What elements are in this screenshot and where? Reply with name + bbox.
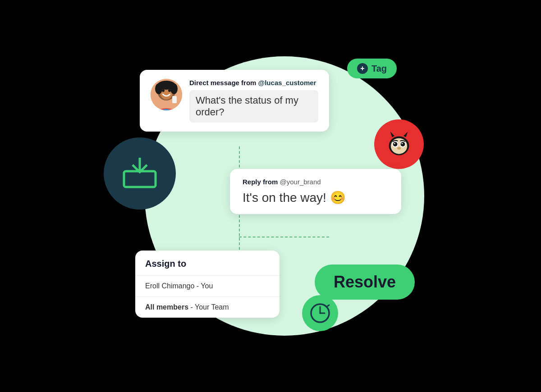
- reply-handle: @your_brand: [280, 178, 321, 186]
- assign-item-you-label: Eroll Chimango - You: [145, 282, 213, 290]
- scene: + Tag: [68, 16, 473, 376]
- svg-point-19: [162, 89, 165, 92]
- tag-pill[interactable]: + Tag: [347, 59, 397, 78]
- svg-point-4: [393, 142, 398, 146]
- connector-line-horizontal: [239, 237, 329, 237]
- reply-header-bold: Reply from: [243, 178, 278, 186]
- reply-card: Reply from @your_brand It's on the way! …: [230, 169, 401, 214]
- assign-item-you[interactable]: Eroll Chimango - You: [135, 276, 280, 297]
- tag-label: Tag: [371, 64, 387, 74]
- svg-point-20: [168, 89, 171, 92]
- svg-point-23: [155, 83, 162, 94]
- dm-header: Direct message from @lucas_customer: [189, 79, 318, 87]
- svg-rect-21: [172, 96, 177, 103]
- resolve-pill[interactable]: Resolve: [315, 264, 415, 300]
- dm-card: Direct message from @lucas_customer What…: [140, 70, 329, 132]
- clock-circle[interactable]: [302, 295, 338, 331]
- svg-rect-12: [124, 171, 156, 187]
- clock-icon: [309, 302, 331, 324]
- tag-plus-icon: +: [357, 63, 368, 74]
- dm-header-bold: Direct message from: [189, 79, 256, 87]
- inbox-icon: [122, 158, 158, 189]
- svg-point-7: [401, 142, 405, 146]
- avatar-image: [151, 79, 182, 110]
- assign-card-title: Assign to: [135, 251, 280, 276]
- avatar: [151, 79, 182, 110]
- dm-handle: @lucas_customer: [258, 79, 316, 87]
- dm-message: What's the status of my order?: [189, 90, 318, 123]
- dm-content: Direct message from @lucas_customer What…: [189, 79, 318, 123]
- assign-item-all-members-suffix: - Your Team: [188, 303, 229, 311]
- reply-header: Reply from @your_brand: [243, 178, 389, 186]
- svg-point-5: [394, 143, 395, 144]
- svg-point-24: [170, 83, 178, 94]
- svg-point-9: [397, 147, 401, 150]
- svg-point-8: [402, 143, 403, 144]
- hootsuite-owl-icon: [383, 128, 415, 160]
- assign-item-all-members-bold: All members: [145, 303, 188, 311]
- inbox-circle: [104, 137, 176, 210]
- resolve-label: Resolve: [334, 273, 396, 291]
- assign-card[interactable]: Assign to Eroll Chimango - You All membe…: [135, 251, 280, 318]
- assign-item-all-members[interactable]: All members - Your Team: [135, 297, 280, 318]
- svg-line-28: [326, 305, 329, 307]
- hootsuite-owl-circle: [374, 119, 424, 169]
- reply-message: It's on the way! 😊: [243, 190, 389, 205]
